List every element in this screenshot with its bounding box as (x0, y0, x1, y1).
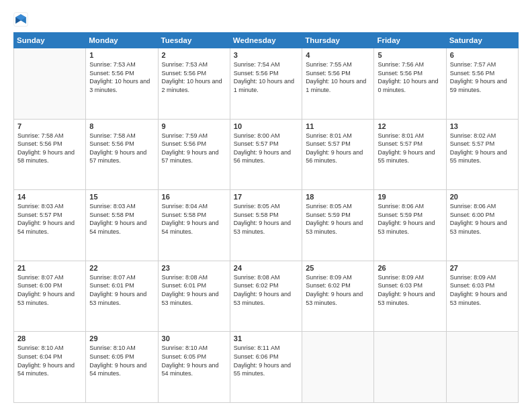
sunrise-label: Sunrise: 8:04 AM (162, 203, 208, 210)
daylight-label: Daylight: 9 hours and 53 minutes. (450, 291, 507, 306)
daylight-label: Daylight: 9 hours and 59 minutes. (450, 78, 507, 93)
day-number: 11 (306, 122, 370, 130)
day-info: Sunrise: 8:07 AM Sunset: 6:00 PM Dayligh… (17, 273, 82, 307)
calendar-cell: 14 Sunrise: 8:03 AM Sunset: 5:57 PM Dayl… (14, 190, 86, 261)
calendar-cell (374, 332, 446, 403)
sunrise-label: Sunrise: 8:06 AM (378, 203, 424, 210)
sunrise-label: Sunrise: 7:59 AM (162, 132, 208, 139)
sunrise-label: Sunrise: 8:07 AM (89, 274, 136, 281)
day-info: Sunrise: 7:55 AM Sunset: 5:56 PM Dayligh… (306, 60, 370, 94)
calendar-cell: 13 Sunrise: 8:02 AM Sunset: 5:57 PM Dayl… (446, 119, 518, 190)
sunset-label: Sunset: 6:05 PM (162, 353, 207, 360)
day-number: 20 (450, 193, 515, 201)
calendar-cell: 22 Sunrise: 8:07 AM Sunset: 6:01 PM Dayl… (86, 261, 158, 332)
day-info: Sunrise: 8:02 AM Sunset: 5:57 PM Dayligh… (450, 132, 515, 165)
sunset-label: Sunset: 6:00 PM (450, 212, 495, 218)
calendar-cell: 24 Sunrise: 8:08 AM Sunset: 6:02 PM Dayl… (230, 261, 302, 332)
sunrise-label: Sunrise: 8:09 AM (306, 274, 352, 281)
sunrise-label: Sunrise: 8:10 AM (162, 345, 208, 351)
calendar-cell: 5 Sunrise: 7:56 AM Sunset: 5:56 PM Dayli… (374, 48, 446, 120)
day-number: 23 (162, 264, 226, 272)
sunset-label: Sunset: 5:58 PM (234, 212, 279, 218)
day-info: Sunrise: 8:08 AM Sunset: 6:02 PM Dayligh… (234, 273, 298, 307)
daylight-label: Daylight: 9 hours and 53 minutes. (17, 291, 75, 306)
day-number: 8 (89, 122, 154, 130)
sunset-label: Sunset: 5:56 PM (162, 140, 207, 147)
daylight-label: Daylight: 9 hours and 56 minutes. (306, 149, 363, 165)
day-number: 13 (450, 122, 515, 130)
sunset-label: Sunset: 6:04 PM (17, 353, 62, 360)
sunrise-label: Sunrise: 8:07 AM (17, 274, 64, 281)
calendar-header-row: SundayMondayTuesdayWednesdayThursdayFrid… (14, 33, 519, 48)
day-info: Sunrise: 8:10 AM Sunset: 6:04 PM Dayligh… (17, 344, 82, 377)
calendar-cell: 12 Sunrise: 8:01 AM Sunset: 5:57 PM Dayl… (374, 119, 446, 190)
sunrise-label: Sunrise: 8:05 AM (306, 203, 352, 210)
day-info: Sunrise: 8:01 AM Sunset: 5:57 PM Dayligh… (378, 132, 442, 165)
calendar-header-sunday: Sunday (14, 33, 86, 48)
calendar-cell: 29 Sunrise: 8:10 AM Sunset: 6:05 PM Dayl… (86, 332, 158, 403)
day-number: 2 (162, 51, 226, 59)
day-info: Sunrise: 8:03 AM Sunset: 5:57 PM Dayligh… (17, 202, 82, 236)
sunrise-label: Sunrise: 7:56 AM (378, 61, 424, 68)
sunset-label: Sunset: 5:56 PM (89, 70, 134, 77)
calendar-week-row: 7 Sunrise: 7:58 AM Sunset: 5:56 PM Dayli… (14, 119, 519, 190)
calendar-cell: 27 Sunrise: 8:09 AM Sunset: 6:03 PM Dayl… (446, 261, 518, 332)
sunrise-label: Sunrise: 8:03 AM (89, 203, 136, 210)
daylight-label: Daylight: 10 hours and 0 minutes. (378, 78, 438, 93)
day-number: 25 (306, 264, 370, 272)
calendar-cell: 7 Sunrise: 7:58 AM Sunset: 5:56 PM Dayli… (14, 119, 86, 190)
daylight-label: Daylight: 9 hours and 56 minutes. (234, 149, 291, 165)
sunrise-label: Sunrise: 7:54 AM (234, 61, 280, 68)
calendar-cell: 16 Sunrise: 8:04 AM Sunset: 5:58 PM Dayl… (158, 190, 230, 261)
daylight-label: Daylight: 10 hours and 2 minutes. (162, 78, 222, 93)
day-info: Sunrise: 7:53 AM Sunset: 5:56 PM Dayligh… (162, 60, 226, 94)
daylight-label: Daylight: 10 hours and 1 minute. (306, 78, 366, 93)
calendar-header-thursday: Thursday (302, 33, 374, 48)
calendar-cell: 26 Sunrise: 8:09 AM Sunset: 6:03 PM Dayl… (374, 261, 446, 332)
day-number: 30 (162, 334, 226, 342)
daylight-label: Daylight: 9 hours and 53 minutes. (234, 220, 291, 235)
day-number: 9 (162, 122, 226, 130)
sunrise-label: Sunrise: 8:08 AM (162, 274, 208, 281)
day-info: Sunrise: 8:09 AM Sunset: 6:03 PM Dayligh… (450, 273, 515, 307)
daylight-label: Daylight: 9 hours and 53 minutes. (450, 220, 507, 235)
calendar-cell: 9 Sunrise: 7:59 AM Sunset: 5:56 PM Dayli… (158, 119, 230, 190)
day-number: 24 (234, 264, 298, 272)
daylight-label: Daylight: 9 hours and 57 minutes. (89, 149, 146, 165)
sunset-label: Sunset: 5:56 PM (17, 140, 62, 147)
sunrise-label: Sunrise: 8:01 AM (306, 132, 352, 139)
calendar-cell: 28 Sunrise: 8:10 AM Sunset: 6:04 PM Dayl… (14, 332, 86, 403)
day-info: Sunrise: 8:03 AM Sunset: 5:58 PM Dayligh… (89, 202, 154, 236)
day-number: 14 (17, 193, 82, 201)
daylight-label: Daylight: 9 hours and 53 minutes. (378, 291, 435, 306)
day-info: Sunrise: 7:53 AM Sunset: 5:56 PM Dayligh… (89, 60, 154, 94)
calendar-cell: 19 Sunrise: 8:06 AM Sunset: 5:59 PM Dayl… (374, 190, 446, 261)
day-number: 22 (89, 264, 154, 272)
sunset-label: Sunset: 5:56 PM (234, 70, 279, 77)
sunrise-label: Sunrise: 8:02 AM (450, 132, 496, 139)
sunset-label: Sunset: 6:02 PM (306, 282, 351, 289)
sunrise-label: Sunrise: 8:06 AM (450, 203, 496, 210)
calendar-cell: 18 Sunrise: 8:05 AM Sunset: 5:59 PM Dayl… (302, 190, 374, 261)
day-number: 28 (17, 334, 82, 342)
daylight-label: Daylight: 9 hours and 57 minutes. (162, 149, 219, 165)
day-info: Sunrise: 8:10 AM Sunset: 6:05 PM Dayligh… (162, 344, 226, 377)
calendar-cell (446, 332, 518, 403)
day-number: 5 (378, 51, 442, 59)
day-info: Sunrise: 8:00 AM Sunset: 5:57 PM Dayligh… (234, 132, 298, 165)
day-number: 7 (17, 122, 82, 130)
day-number: 18 (306, 193, 370, 201)
day-number: 19 (378, 193, 442, 201)
daylight-label: Daylight: 9 hours and 55 minutes. (450, 149, 507, 165)
calendar-cell: 2 Sunrise: 7:53 AM Sunset: 5:56 PM Dayli… (158, 48, 230, 120)
logo (13, 12, 30, 27)
sunrise-label: Sunrise: 7:57 AM (450, 61, 496, 68)
day-info: Sunrise: 7:58 AM Sunset: 5:56 PM Dayligh… (89, 132, 154, 165)
calendar-cell: 8 Sunrise: 7:58 AM Sunset: 5:56 PM Dayli… (86, 119, 158, 190)
day-info: Sunrise: 7:56 AM Sunset: 5:56 PM Dayligh… (378, 60, 442, 94)
daylight-label: Daylight: 9 hours and 54 minutes. (162, 220, 219, 235)
daylight-label: Daylight: 9 hours and 55 minutes. (234, 362, 291, 377)
day-info: Sunrise: 8:06 AM Sunset: 6:00 PM Dayligh… (450, 202, 515, 236)
day-info: Sunrise: 8:09 AM Sunset: 6:02 PM Dayligh… (306, 273, 370, 307)
calendar-cell: 30 Sunrise: 8:10 AM Sunset: 6:05 PM Dayl… (158, 332, 230, 403)
